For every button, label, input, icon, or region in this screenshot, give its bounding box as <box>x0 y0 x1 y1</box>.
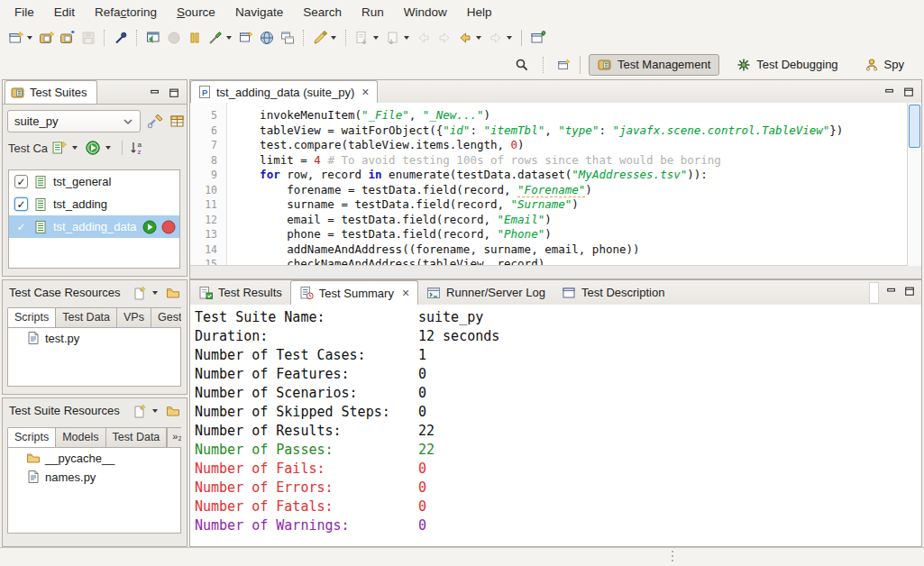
launch-aut-button[interactable] <box>142 27 163 49</box>
scrollbar-thumb[interactable] <box>909 105 920 148</box>
code-line[interactable]: 7 test.compare(tableView.items.length, 0… <box>190 138 908 153</box>
open-perspective-icon[interactable] <box>557 58 572 72</box>
editor-tab[interactable]: P tst_adding_data (suite_py) × <box>190 80 378 103</box>
tab-scripts[interactable]: Scripts <box>7 427 56 448</box>
close-icon[interactable]: × <box>361 86 369 98</box>
code-editor[interactable]: 5 invokeMenuItem("_File", "_New...")6 ta… <box>190 103 908 266</box>
test-suite-resources-list: __pycache__names.py <box>7 447 181 534</box>
menu-refactoring[interactable]: Refactoring <box>85 2 167 23</box>
search-icon[interactable] <box>515 58 529 72</box>
menu-search[interactable]: Search <box>293 2 352 23</box>
open-test-suite-button[interactable] <box>57 27 78 49</box>
new-file-icon[interactable] <box>133 404 147 418</box>
tab-runner-server-log[interactable]: Runner/Server Log <box>418 280 553 305</box>
new-test-case-icon[interactable] <box>51 140 68 156</box>
minimize-icon[interactable] <box>886 286 897 297</box>
resource-item[interactable]: names.py <box>8 467 180 486</box>
maximize-icon[interactable] <box>904 286 915 297</box>
menu-window[interactable]: Window <box>394 2 457 23</box>
tab-scripts[interactable]: Scripts <box>7 307 56 328</box>
new-wizard-button[interactable] <box>5 27 26 49</box>
minimize-icon[interactable] <box>150 87 160 98</box>
tab-vps[interactable]: VPs <box>117 307 151 328</box>
status-bar <box>0 547 924 566</box>
menu-run[interactable]: Run <box>352 2 394 23</box>
windows-button[interactable] <box>277 27 297 49</box>
back-button[interactable] <box>454 27 475 49</box>
stop-test-case-icon[interactable] <box>161 220 176 234</box>
editor-horizontal-scrollbar[interactable] <box>190 265 908 278</box>
perspective-test-debugging[interactable]: Test Debugging <box>727 54 846 76</box>
back-dropdown[interactable] <box>476 36 481 40</box>
minimize-icon[interactable] <box>884 87 895 97</box>
open-folder-icon[interactable] <box>166 286 180 300</box>
editor-vertical-scrollbar[interactable] <box>907 103 921 266</box>
highlight-brush-button[interactable] <box>309 27 330 49</box>
tab-models[interactable]: Models <box>56 427 105 448</box>
results-tab-bar-right <box>869 282 921 305</box>
tab-test-suites[interactable]: Test Suites <box>5 80 97 104</box>
new-object-map-button[interactable] <box>235 27 256 49</box>
test-case-row[interactable]: ✓tst_adding <box>9 193 179 215</box>
test-case-row[interactable]: ✓tst_general <box>9 170 179 193</box>
new-file-icon[interactable] <box>133 286 147 300</box>
code-line[interactable]: 6 tableView = waitForObject({"id": "item… <box>190 123 908 139</box>
new-test-suite-button[interactable] <box>36 27 57 49</box>
perspective-test-management[interactable]: Test Management <box>589 54 719 76</box>
code-line[interactable]: 11 surname = testData.field(record, "Sur… <box>190 197 908 213</box>
new-file-dropdown[interactable] <box>152 409 158 413</box>
code-line[interactable]: 14 addNameAndAddress((forename, surname,… <box>190 242 908 258</box>
suite-settings-icon[interactable] <box>147 114 163 130</box>
spy-pointer-button[interactable] <box>110 27 131 49</box>
results-panel: Test ResultsTest Summary×Runner/Server L… <box>189 279 922 547</box>
menu-help[interactable]: Help <box>457 2 502 23</box>
highlight-brush-dropdown[interactable] <box>331 36 336 40</box>
code-line[interactable]: 12 email = testData.field(record, "Email… <box>190 213 908 228</box>
maximize-icon[interactable] <box>169 87 179 98</box>
new-file-dropdown[interactable] <box>152 291 158 295</box>
tab-test-summary[interactable]: Test Summary× <box>290 280 418 305</box>
suite-selector[interactable]: suite_py <box>7 110 141 132</box>
menu-navigate[interactable]: Navigate <box>225 2 293 23</box>
last-edit-location-button[interactable] <box>527 27 548 49</box>
sort-az-icon[interactable]: az <box>130 140 146 156</box>
new-test-case-dropdown[interactable] <box>72 146 78 150</box>
summary-row: Number of Test Cases:1 <box>195 346 921 365</box>
tab-test-results[interactable]: Test Results <box>190 280 290 305</box>
summary-value: 1 <box>418 347 426 363</box>
close-icon[interactable]: × <box>402 287 409 299</box>
object-picker-dropdown[interactable] <box>226 36 232 40</box>
code-line[interactable]: 13 phone = testData.field(record, "Phone… <box>190 227 908 242</box>
run-test-suite-dropdown[interactable] <box>105 146 111 150</box>
pause-button[interactable] <box>184 27 205 49</box>
web-browser-icon <box>259 30 275 46</box>
code-line[interactable]: 8 limit = 4 # To avoid testing 100s of r… <box>190 153 908 169</box>
status-bar-drag-handle[interactable] <box>672 551 673 563</box>
run-test-case-icon[interactable] <box>142 220 157 234</box>
code-line[interactable]: 5 invokeMenuItem("_File", "_New...") <box>190 108 908 123</box>
menu-source[interactable]: Source <box>167 2 225 23</box>
checkbox[interactable]: ✓ <box>14 220 28 233</box>
menu-file[interactable]: File <box>5 2 44 23</box>
object-picker-button[interactable] <box>205 27 225 49</box>
tab-test-data[interactable]: Test Data <box>56 307 117 328</box>
maximize-icon[interactable] <box>903 87 914 97</box>
perspective-spy[interactable]: Spy <box>855 54 913 76</box>
new-wizard-dropdown[interactable] <box>27 36 32 40</box>
tab-test-data[interactable]: Test Data <box>106 427 168 448</box>
checkbox[interactable]: ✓ <box>14 175 28 188</box>
tab-gesture[interactable]: Gesture <box>151 307 181 328</box>
test-case-row[interactable]: ✓tst_adding_data <box>9 215 179 238</box>
run-test-suite-icon[interactable] <box>85 140 101 156</box>
code-line[interactable]: 10 forename = testData.field(record, "Fo… <box>190 183 908 198</box>
web-browser-button[interactable] <box>256 27 277 49</box>
code-line[interactable]: 9 for row, record in enumerate(testData.… <box>190 168 908 183</box>
open-folder-icon[interactable] <box>166 404 180 418</box>
object-map-icon[interactable] <box>169 114 186 130</box>
tab-test-description[interactable]: Test Description <box>553 280 672 305</box>
menu-edit[interactable]: Edit <box>44 2 85 23</box>
checkbox[interactable]: ✓ <box>14 197 28 211</box>
resource-item[interactable]: test.py <box>8 328 180 347</box>
resource-item[interactable]: __pycache__ <box>8 448 180 467</box>
tab-overflow-button[interactable]: »₂ <box>167 427 181 448</box>
